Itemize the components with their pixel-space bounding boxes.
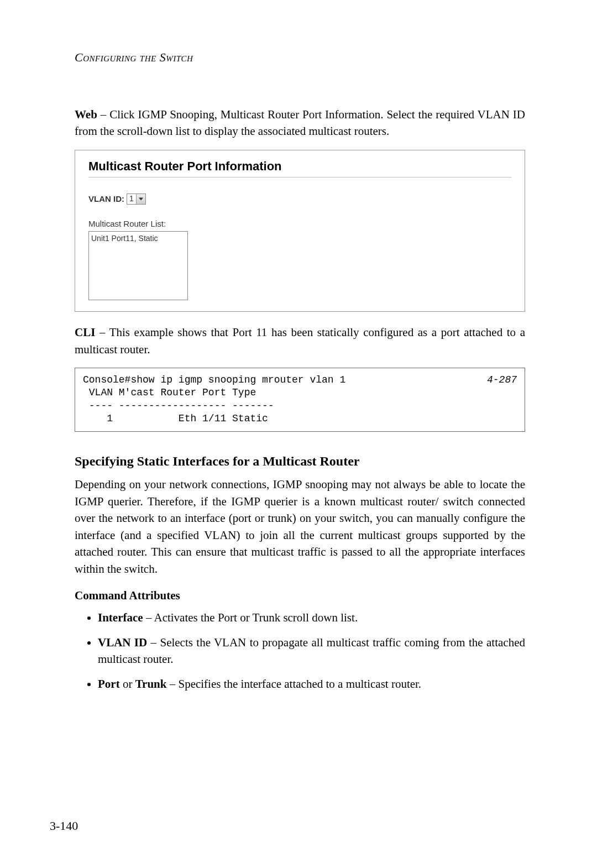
section-heading: Specifying Static Interfaces for a Multi… [75,452,525,471]
command-attributes-heading: Command Attributes [75,587,525,604]
attr-desc: – Activates the Port or Trunk scroll dow… [143,611,358,624]
command-attributes-list: Interface – Activates the Port or Trunk … [75,609,525,692]
chevron-down-icon [139,197,143,201]
list-item: Interface – Activates the Port or Trunk … [98,609,525,626]
attr-term-a: Port [98,677,120,691]
vlan-id-select[interactable]: 1 [127,194,146,205]
cli-intro-paragraph: CLI – This example shows that Port 11 ha… [75,324,525,358]
attr-or: or [120,677,135,691]
vlan-id-value: 1 [127,193,136,204]
web-intro-paragraph: Web – Click IGMP Snooping, Multicast Rou… [75,106,525,140]
attr-term: VLAN ID [98,636,147,649]
code-line-1: Console#show ip igmp snooping mrouter vl… [83,374,345,385]
cli-lead: CLI [75,326,95,339]
list-item: VLAN ID – Selects the VLAN to propagate … [98,634,525,668]
list-item: Port or Trunk – Specifies the interface … [98,676,525,692]
cli-output-box: 4-287Console#show ip igmp snooping mrout… [75,368,525,432]
web-body: – Click IGMP Snooping, Multicast Router … [75,108,525,138]
code-line-2: VLAN M'cast Router Port Type [83,387,256,398]
cli-body: – This example shows that Port 11 has be… [75,326,525,355]
vlan-id-row: VLAN ID: 1 [88,193,511,205]
code-reference: 4-287 [487,374,517,386]
section-paragraph: Depending on your network connections, I… [75,476,525,577]
code-line-4: 1 Eth 1/11 Static [83,413,268,424]
router-list-box[interactable]: Unit1 Port11, Static [88,231,188,300]
attr-desc: – Specifies the interface attached to a … [166,677,421,691]
list-item[interactable]: Unit1 Port11, Static [91,233,185,244]
panel-title: Multicast Router Port Information [88,158,511,177]
attr-term: Interface [98,611,143,624]
running-header: Configuring the Switch [75,49,525,66]
page-number: 3-140 [50,817,78,835]
svg-marker-0 [139,197,143,200]
attr-term-b: Trunk [135,677,167,691]
router-list-label: Multicast Router List: [88,218,511,230]
attr-desc: – Selects the VLAN to propagate all mult… [98,636,525,666]
vlan-id-label: VLAN ID: [88,193,124,205]
dropdown-button[interactable] [136,194,145,204]
screenshot-panel: Multicast Router Port Information VLAN I… [75,150,525,312]
code-line-3: ---- ------------------ ------- [83,400,274,411]
web-lead: Web [75,108,97,121]
